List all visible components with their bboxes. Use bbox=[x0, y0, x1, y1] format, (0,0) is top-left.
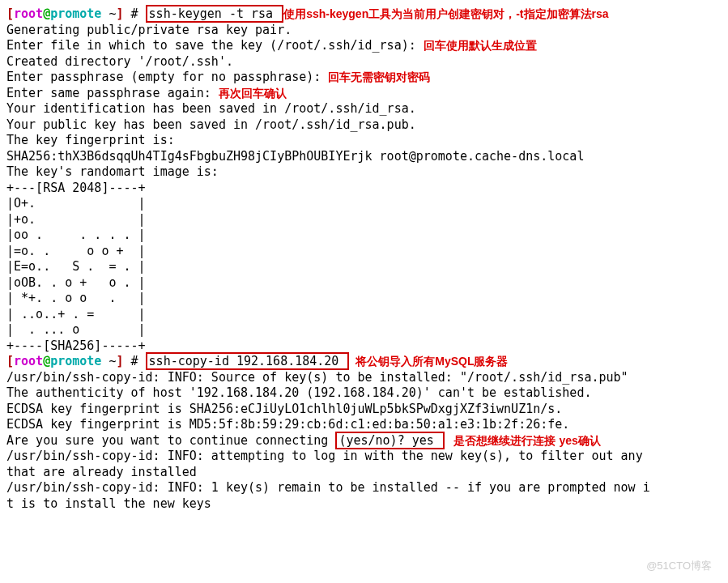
output-line: Are you sure you want to continue connec… bbox=[6, 433, 722, 449]
randomart-line: |=o. . o o + | bbox=[6, 244, 722, 260]
output-line: Enter file in which to save the key (/ro… bbox=[6, 38, 722, 54]
command-text: ssh-copy-id 192.168.184.20 bbox=[149, 354, 347, 368]
output-line: Your identification has been saved in /r… bbox=[6, 101, 722, 117]
output-line: ECDSA key fingerprint is MD5:5f:8b:59:29… bbox=[6, 417, 722, 433]
output-text: Enter passphrase (empty for no passphras… bbox=[6, 70, 328, 84]
output-line: The key's randomart image is: bbox=[6, 164, 722, 181]
bracket-close: ] bbox=[116, 354, 123, 368]
output-line: Created directory '/root/.ssh'. bbox=[6, 54, 722, 70]
output-line: t is to install the new keys bbox=[6, 496, 722, 513]
prompt-line-1: [root@promote ~] # ssh-keygen -t rsa 使用s… bbox=[6, 6, 722, 23]
output-text: Enter same passphrase again: bbox=[6, 86, 219, 100]
output-line: The key fingerprint is: bbox=[6, 133, 722, 149]
annotation-2: 回车使用默认生成位置 bbox=[424, 39, 537, 52]
annotation-6: 是否想继续进行连接 yes确认 bbox=[445, 434, 601, 447]
randomart-line: +----[SHA256]-----+ bbox=[6, 338, 722, 355]
randomart-line: |oo . . . . . | bbox=[6, 228, 722, 244]
output-line: /usr/bin/ssh-copy-id: INFO: Source of ke… bbox=[6, 370, 722, 386]
randomart-line: |O+. | bbox=[6, 196, 722, 212]
prompt-hash: # bbox=[124, 354, 146, 368]
output-text: Are you sure you want to continue connec… bbox=[6, 433, 335, 448]
yes-no-box: (yes/no)? yes bbox=[335, 432, 444, 449]
randomart-line: | . ... o | bbox=[6, 322, 722, 338]
output-text: Enter file in which to save the key (/ro… bbox=[6, 38, 424, 53]
output-line: that are already installed bbox=[6, 465, 722, 481]
prompt-at: @ bbox=[43, 6, 50, 21]
output-line: Generating public/private rsa key pair. bbox=[6, 23, 722, 39]
bracket-open: [ bbox=[6, 6, 14, 21]
randomart-line: |E=o.. S . = . | bbox=[6, 259, 722, 275]
bracket-close: ] bbox=[116, 6, 123, 21]
command-box-1: ssh-keygen -t rsa bbox=[146, 5, 284, 23]
prompt-user: root bbox=[14, 354, 43, 368]
prompt-host: promote bbox=[50, 6, 101, 21]
prompt-path: ~ bbox=[101, 354, 116, 368]
annotation-3: 回车无需密钥对密码 bbox=[328, 70, 430, 83]
prompt-path: ~ bbox=[101, 6, 116, 21]
prompt-at: @ bbox=[43, 354, 50, 368]
yes-no-text: (yes/no)? yes bbox=[338, 433, 441, 448]
output-line: ECDSA key fingerprint is SHA256:eCJiUyLO… bbox=[6, 402, 722, 418]
annotation-1: 使用ssh-keygen工具为当前用户创建密钥对，-t指定加密算法rsa bbox=[283, 7, 608, 20]
prompt-line-2: [root@promote ~] # ssh-copy-id 192.168.1… bbox=[6, 354, 722, 370]
output-line: Your public key has been saved in /root/… bbox=[6, 117, 722, 134]
output-line: Enter passphrase (empty for no passphras… bbox=[6, 70, 722, 86]
randomart-line: | ..o..+ . = | bbox=[6, 307, 722, 323]
prompt-hash: # bbox=[124, 6, 146, 21]
bracket-open: [ bbox=[6, 354, 14, 368]
output-line: SHA256:thX3B6dsqqUh4TIg4sFbgbuZH98jCIyBP… bbox=[6, 149, 722, 165]
output-line: /usr/bin/ssh-copy-id: INFO: attempting t… bbox=[6, 449, 722, 465]
command-box-2: ssh-copy-id 192.168.184.20 bbox=[146, 352, 350, 370]
annotation-4: 再次回车确认 bbox=[219, 87, 287, 100]
output-line: Enter same passphrase again: 再次回车确认 bbox=[6, 86, 722, 102]
output-line: /usr/bin/ssh-copy-id: INFO: 1 key(s) rem… bbox=[6, 480, 722, 496]
output-line: The authenticity of host '192.168.184.20… bbox=[6, 385, 722, 402]
terminal-screenshot: { "prompt1": { "lb": "[", "user": "root"… bbox=[6, 6, 722, 577]
randomart-line: |oOB. . o + o . | bbox=[6, 275, 722, 292]
prompt-host: promote bbox=[50, 354, 101, 368]
randomart-line: |+o. | bbox=[6, 212, 722, 228]
randomart-line: | *+. . o o . | bbox=[6, 291, 722, 307]
watermark: @51CTO博客 bbox=[646, 560, 712, 573]
annotation-5: 将公钥导入所有MySQL服务器 bbox=[355, 355, 508, 368]
command-text: ssh-keygen -t rsa bbox=[149, 6, 281, 21]
randomart-line: +---[RSA 2048]----+ bbox=[6, 181, 722, 197]
prompt-user: root bbox=[14, 6, 43, 21]
